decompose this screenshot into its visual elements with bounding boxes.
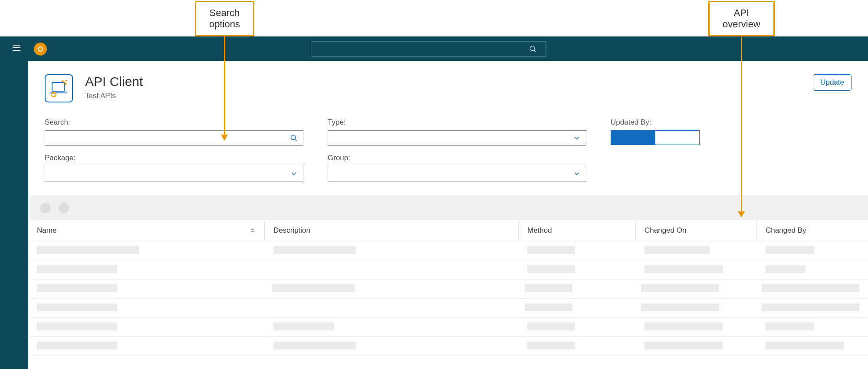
cell-name xyxy=(28,342,265,351)
left-nav-stripe xyxy=(0,61,28,369)
svg-line-4 xyxy=(534,50,536,52)
cell-changed-on xyxy=(636,265,757,275)
cell-method xyxy=(519,323,636,332)
callout-line2: options xyxy=(209,19,240,30)
col-changed-on[interactable]: Changed On xyxy=(636,220,757,241)
filter-package: Package: xyxy=(45,154,303,181)
callout-box: API overview xyxy=(708,1,775,36)
col-name[interactable]: Name xyxy=(28,220,265,241)
cell-changed-on xyxy=(636,342,757,351)
cell-method xyxy=(516,284,633,294)
cell-changed-by xyxy=(757,342,868,351)
col-changed-by[interactable]: Changed By xyxy=(757,220,868,241)
filter-col-3: Updated By: xyxy=(611,118,700,181)
cell-method xyxy=(519,246,636,256)
cell-changed-on xyxy=(632,303,753,313)
search-input[interactable] xyxy=(45,130,303,146)
shell-logo[interactable] xyxy=(34,43,47,56)
toolbar-action-1[interactable] xyxy=(40,203,51,213)
page-title: API Client xyxy=(85,74,813,89)
table-row[interactable] xyxy=(28,337,868,356)
shell-logo-ring-icon xyxy=(38,46,43,52)
table-row[interactable] xyxy=(28,299,868,318)
cell-changed-on xyxy=(632,284,753,294)
table-row[interactable] xyxy=(28,280,868,299)
callout-arrow xyxy=(224,36,225,140)
toggle-on-segment xyxy=(611,131,655,145)
cell-changed-on xyxy=(636,323,757,332)
updated-by-label: Updated By: xyxy=(611,118,700,127)
callout-search-options: Search options xyxy=(195,1,254,140)
update-button[interactable]: Update xyxy=(813,74,852,91)
cell-name xyxy=(28,323,265,332)
group-label: Group: xyxy=(328,154,586,162)
cell-description xyxy=(265,246,519,256)
col-method-label: Method xyxy=(527,226,552,235)
api-client-icon xyxy=(45,74,73,102)
svg-line-9 xyxy=(295,139,297,141)
cell-changed-by xyxy=(757,265,868,275)
col-description-label: Description xyxy=(273,226,310,235)
chevron-down-icon xyxy=(290,170,298,178)
svg-rect-10 xyxy=(251,231,254,232)
type-label: Type: xyxy=(328,118,586,127)
cell-name xyxy=(28,303,263,313)
col-name-label: Name xyxy=(37,226,56,235)
col-changed-by-label: Changed By xyxy=(766,226,806,235)
cell-changed-by xyxy=(757,323,868,332)
cell-name xyxy=(28,265,265,275)
callout-line1: Search xyxy=(209,7,240,19)
svg-rect-5 xyxy=(52,82,64,91)
global-search-input[interactable] xyxy=(312,41,546,57)
page-subtitle: Test APIs xyxy=(85,92,813,100)
search-icon xyxy=(290,134,298,142)
cell-changed-by xyxy=(753,284,868,294)
cell-name xyxy=(28,246,265,256)
callout-api-overview: API overview xyxy=(708,1,775,217)
callout-box: Search options xyxy=(195,1,254,36)
cell-changed-by xyxy=(757,246,868,256)
table-body xyxy=(28,241,868,356)
cell-method xyxy=(519,342,636,351)
updated-by-toggle[interactable] xyxy=(611,130,700,145)
filter-col-2: Type: Group: xyxy=(328,118,586,181)
col-changed-on-label: Changed On xyxy=(644,226,686,235)
col-description[interactable]: Description xyxy=(265,220,519,241)
search-icon xyxy=(529,45,537,53)
toolbar-action-2[interactable] xyxy=(59,203,69,213)
page-titles: API Client Test APIs xyxy=(85,74,813,100)
callout-arrow xyxy=(741,36,742,217)
table-row[interactable] xyxy=(28,260,868,280)
package-label: Package: xyxy=(45,154,303,162)
cell-method xyxy=(519,265,636,275)
filter-col-1: Search: Package: xyxy=(45,118,303,181)
callout-line1: API xyxy=(723,7,760,19)
hamburger-menu-icon[interactable] xyxy=(11,43,22,56)
type-dropdown[interactable] xyxy=(328,130,586,146)
sort-asc-icon xyxy=(250,227,256,234)
cell-name xyxy=(28,284,263,294)
table-row[interactable] xyxy=(28,241,868,260)
chevron-down-icon xyxy=(573,170,581,178)
filter-search: Search: xyxy=(45,118,303,146)
chevron-down-icon xyxy=(573,134,581,142)
cell-changed-by xyxy=(753,303,868,313)
filter-updated-by: Updated By: xyxy=(611,118,700,145)
cell-description xyxy=(265,342,519,351)
svg-point-8 xyxy=(291,135,296,140)
svg-point-3 xyxy=(530,46,535,51)
cell-method xyxy=(516,303,633,313)
callout-line2: overview xyxy=(723,19,760,30)
cell-changed-on xyxy=(636,246,757,256)
filter-group: Group: xyxy=(328,154,586,181)
group-dropdown[interactable] xyxy=(328,166,586,181)
cell-description xyxy=(263,284,516,294)
table-header-row: Name Description Method Changed On Chang… xyxy=(28,220,868,241)
toggle-off-segment xyxy=(655,131,700,145)
filter-type: Type: xyxy=(328,118,586,146)
api-table: Name Description Method Changed On Chang… xyxy=(28,220,868,356)
package-dropdown[interactable] xyxy=(45,166,303,181)
search-label: Search: xyxy=(45,118,303,127)
col-method[interactable]: Method xyxy=(519,220,636,241)
table-row[interactable] xyxy=(28,318,868,337)
